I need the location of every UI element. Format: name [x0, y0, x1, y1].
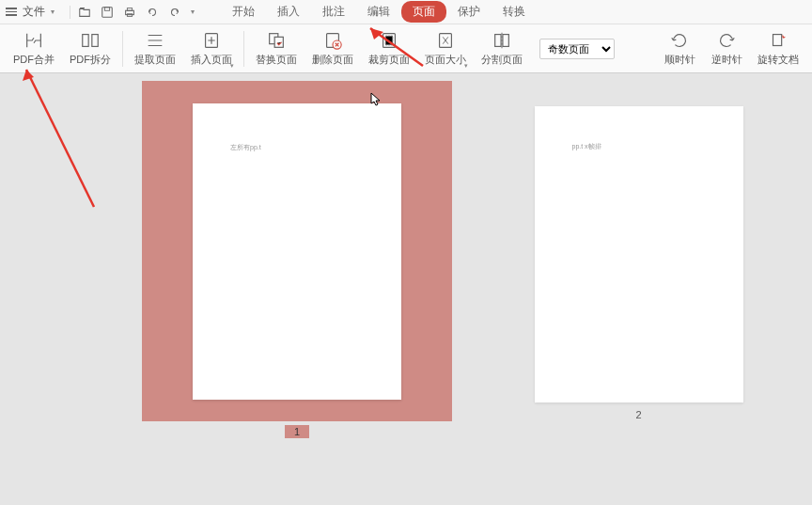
separator: [243, 31, 244, 67]
extract-icon: [145, 30, 165, 51]
tab-page[interactable]: 页面: [401, 1, 446, 23]
divider: [70, 6, 70, 19]
svg-rect-14: [495, 35, 501, 47]
page-content-text: pp.t x帧排: [572, 142, 601, 151]
separator: [122, 31, 123, 67]
ribbon-label: 逆时针: [711, 53, 742, 67]
ribbon-label: 替换页面: [256, 53, 297, 67]
divide-icon: [492, 30, 512, 51]
rotate-ccw-icon: [716, 30, 737, 51]
tab-annotate[interactable]: 批注: [311, 1, 356, 23]
crop-page-button[interactable]: 裁剪页面: [361, 26, 417, 71]
ribbon-label: 提取页面: [134, 53, 176, 67]
insert-icon: [201, 30, 222, 51]
menu-bar: 文件 ▾ ▾ 开始 插入 批注 编辑 页面 保护 转: [0, 0, 812, 24]
page-thumbnail-2[interactable]: pp.t x帧排 2: [533, 103, 744, 421]
rotate-ccw-button[interactable]: 逆时针: [703, 26, 750, 71]
chevron-down-icon: ▾: [230, 62, 234, 70]
save-icon[interactable]: [101, 6, 114, 19]
tab-group: 开始 插入 批注 编辑 页面 保护 转换: [221, 1, 537, 23]
menu-icon[interactable]: [6, 8, 17, 16]
pdf-split-button[interactable]: PDF拆分: [62, 26, 118, 71]
page-size-button[interactable]: 页面大小 ▾: [417, 26, 474, 71]
ribbon-label: 删除页面: [312, 53, 353, 67]
page-content-text: 左所有pp.t: [230, 143, 261, 152]
page-thumbnail-1[interactable]: 左所有pp.t 1: [142, 81, 452, 438]
page-preview: 左所有pp.t: [193, 103, 401, 400]
replace-page-button[interactable]: 替换页面: [248, 26, 304, 71]
ribbon-label: 页面大小: [425, 53, 466, 67]
extract-page-button[interactable]: 提取页面: [127, 26, 183, 71]
delete-page-button[interactable]: 删除页面: [304, 26, 361, 71]
ribbon-label: 旋转文档: [757, 53, 799, 67]
open-icon[interactable]: [78, 6, 91, 19]
svg-rect-1: [104, 7, 109, 10]
rotate-doc-icon: [768, 30, 789, 51]
ribbon-label: PDF合并: [13, 53, 55, 67]
svg-rect-6: [92, 35, 98, 47]
svg-rect-0: [102, 7, 113, 17]
ribbon-toolbar: PDF合并 PDF拆分 提取页面 插入页面 ▾ 替换页面 删除页面: [0, 24, 812, 73]
svg-rect-16: [773, 35, 782, 46]
ribbon-label: 顺时针: [664, 53, 695, 67]
page-number: 1: [285, 425, 309, 438]
page-preview: pp.t x帧排: [535, 106, 743, 402]
split-icon: [80, 30, 101, 51]
size-icon: [435, 30, 456, 51]
svg-rect-5: [83, 35, 88, 47]
svg-rect-3: [127, 8, 132, 10]
insert-page-button[interactable]: 插入页面 ▾: [183, 26, 240, 71]
replace-icon: [266, 30, 287, 51]
tab-start[interactable]: 开始: [221, 1, 266, 23]
delete-icon: [322, 30, 343, 51]
print-icon[interactable]: [123, 6, 136, 19]
tab-protect[interactable]: 保护: [446, 1, 492, 23]
page-filter-select[interactable]: 奇数页面: [539, 39, 615, 59]
ribbon-label: 分割页面: [481, 53, 523, 67]
chevron-down-icon[interactable]: ▾: [51, 8, 55, 16]
ribbon-label: 裁剪页面: [368, 53, 410, 67]
rotate-doc-button[interactable]: 旋转文档: [750, 26, 806, 71]
merge-icon: [23, 30, 44, 51]
ribbon-label: PDF拆分: [70, 53, 111, 67]
tab-convert[interactable]: 转换: [492, 1, 537, 23]
chevron-down-icon: ▾: [464, 62, 468, 70]
crop-icon: [379, 30, 399, 51]
tab-edit[interactable]: 编辑: [356, 1, 401, 23]
svg-rect-9: [274, 37, 283, 47]
undo-icon[interactable]: [146, 6, 159, 19]
tab-insert[interactable]: 插入: [266, 1, 311, 23]
quick-more-icon[interactable]: ▾: [191, 8, 195, 16]
page-number: 2: [626, 408, 650, 421]
svg-rect-15: [503, 35, 508, 47]
ribbon-label: 插入页面: [191, 53, 232, 67]
redo-icon[interactable]: [168, 6, 181, 19]
page-thumbnail-area: 左所有pp.t 1 pp.t x帧排 2: [0, 73, 812, 505]
file-menu[interactable]: 文件: [23, 4, 45, 20]
pdf-merge-button[interactable]: PDF合并: [6, 26, 62, 71]
rotate-cw-button[interactable]: 顺时针: [656, 26, 703, 71]
divide-page-button[interactable]: 分割页面: [474, 26, 530, 71]
rotate-cw-icon: [669, 30, 690, 51]
